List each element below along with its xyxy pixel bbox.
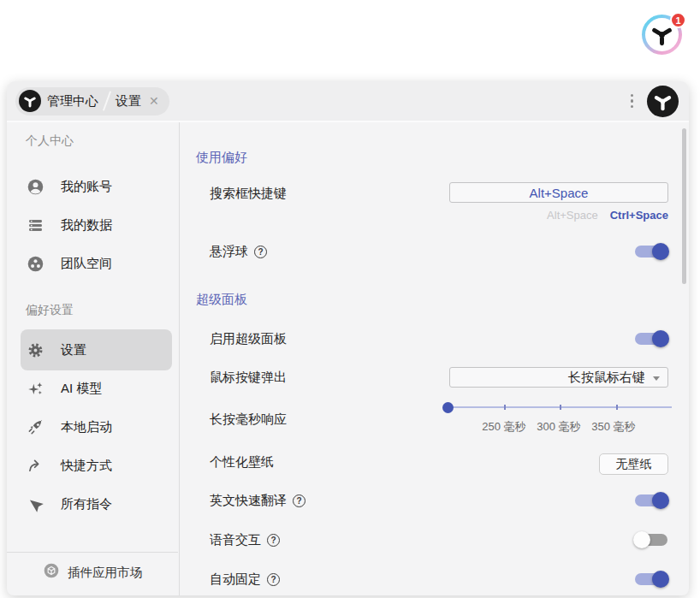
section-title-preferences: 偏好设置 (26, 303, 74, 318)
data-icon (27, 216, 44, 234)
sidebar-item-my-account[interactable]: 我的账号 (21, 168, 172, 205)
chevron-down-icon (653, 376, 660, 381)
hotkey-label: 搜索框快捷键 (210, 185, 287, 202)
slider-tick-label: 300 毫秒 (537, 419, 580, 435)
slider-tick (616, 405, 618, 410)
quick-translate-toggle[interactable] (633, 492, 669, 509)
toggle-thumb (652, 330, 669, 347)
tab-settings[interactable]: 设置 (116, 93, 141, 110)
toggle-thumb (652, 571, 669, 588)
sidebar-item-ai-models[interactable]: AI 模型 (21, 370, 172, 407)
section-title-personal: 个人中心 (26, 133, 74, 149)
sidebar-item-label: 我的账号 (61, 179, 112, 195)
voice-toggle[interactable] (633, 531, 669, 548)
label-text: 英文快速翻译 (210, 493, 287, 509)
notification-badge: 1 (670, 12, 686, 28)
tab-separator (103, 91, 111, 110)
floating-ball-label: 悬浮球 ? (210, 243, 267, 260)
hotkey-option-ctrl-space[interactable]: Ctrl+Space (610, 209, 668, 222)
sidebar-item-label: 团队空间 (61, 256, 112, 272)
rocket-icon (27, 418, 44, 436)
sidebar-item-local-launch[interactable]: 本地启动 (21, 408, 172, 446)
sidebar-item-label: 我的数据 (61, 217, 112, 234)
tab-group: 管理中心 设置 ✕ (15, 87, 169, 115)
section-heading-usage: 使用偏好 (196, 150, 247, 166)
enable-super-panel-toggle[interactable] (633, 330, 669, 347)
toggle-thumb (652, 243, 669, 260)
toggle-thumb (633, 531, 650, 548)
label-text: 自动固定 (210, 571, 261, 588)
sidebar-item-label: 快捷方式 (61, 458, 112, 474)
sidebar-item-label: 本地启动 (61, 419, 112, 435)
sidebar-item-plugin-market[interactable]: 插件应用市场 (7, 555, 178, 589)
sidebar-divider (7, 552, 178, 553)
longpress-label: 长按毫秒响应 (210, 411, 287, 428)
kebab-menu-icon[interactable] (627, 91, 638, 112)
sidebar-item-label: AI 模型 (61, 381, 102, 397)
voice-label: 语音交互 ? (210, 531, 280, 548)
hotkey-options: Alt+Space Ctrl+Space (449, 209, 668, 222)
sidebar: 个人中心 我的账号 (7, 122, 180, 595)
screen: 1 管理中心 设置 ✕ (0, 0, 700, 598)
quick-translate-label: 英文快速翻译 ? (210, 492, 306, 509)
account-icon (27, 178, 44, 196)
paper-plane-icon (27, 495, 44, 513)
slider-tick (560, 405, 561, 410)
plugin-market-icon (43, 562, 60, 583)
manager-center-tab[interactable]: 管理中心 (47, 93, 98, 110)
settings-window: 管理中心 设置 ✕ (7, 81, 689, 595)
help-icon[interactable]: ? (267, 573, 280, 586)
label-text: 悬浮球 (210, 244, 248, 260)
gear-icon (27, 341, 44, 359)
section-heading-super-panel: 超级面板 (196, 292, 247, 308)
toggle-thumb (652, 492, 669, 509)
scrollbar-thumb[interactable] (682, 128, 686, 284)
sidebar-item-all-commands[interactable]: 所有指令 (21, 485, 172, 523)
enable-super-panel-label: 启用超级面板 (210, 330, 287, 347)
slider-thumb[interactable] (442, 402, 454, 413)
sidebar-item-shortcuts[interactable]: 快捷方式 (21, 447, 172, 484)
label-text: 语音交互 (210, 532, 261, 548)
launcher-logo[interactable]: 1 (642, 15, 682, 55)
slider-tick (504, 405, 506, 410)
sidebar-item-label: 所有指令 (61, 496, 112, 512)
floating-ball-toggle[interactable] (633, 243, 669, 260)
longpress-slider[interactable] (448, 406, 672, 408)
help-icon[interactable]: ? (293, 494, 306, 507)
mouse-trigger-label: 鼠标按键弹出 (210, 369, 287, 386)
hotkey-option-alt-space[interactable]: Alt+Space (547, 209, 598, 222)
sidebar-item-my-data[interactable]: 我的数据 (21, 206, 172, 244)
no-wallpaper-button[interactable]: 无壁纸 (599, 453, 668, 475)
mouse-trigger-select[interactable]: 长按鼠标右键 (449, 367, 668, 388)
slider-tick-label: 250 毫秒 (482, 419, 525, 435)
tab-bar: 管理中心 设置 ✕ (7, 81, 689, 122)
team-icon (27, 255, 44, 273)
close-tab-icon[interactable]: ✕ (149, 94, 159, 108)
auto-pin-toggle[interactable] (633, 571, 669, 588)
tabbar-right-controls (627, 86, 681, 117)
slider-tick-label: 350 毫秒 (591, 419, 635, 435)
ai-sparkles-icon (27, 380, 44, 398)
settings-panel: 使用偏好 搜索框快捷键 Alt+Space Ctrl+Space 悬浮球 ? 超… (181, 122, 689, 595)
utools-logo-icon (19, 90, 41, 112)
hotkey-input[interactable] (449, 182, 668, 203)
selected-option: 长按鼠标右键 (568, 370, 645, 386)
sidebar-item-label: 设置 (61, 342, 86, 358)
wallpaper-label: 个性化壁纸 (210, 453, 274, 471)
utools-brand-icon (647, 86, 679, 117)
sidebar-item-settings[interactable]: 设置 (21, 329, 172, 370)
shortcut-arrow-icon (27, 457, 44, 475)
help-icon[interactable]: ? (267, 534, 280, 547)
help-icon[interactable]: ? (254, 246, 267, 258)
sidebar-item-team-space[interactable]: 团队空间 (21, 245, 172, 282)
auto-pin-label: 自动固定 ? (210, 571, 280, 588)
sidebar-item-label: 插件应用市场 (68, 565, 142, 581)
